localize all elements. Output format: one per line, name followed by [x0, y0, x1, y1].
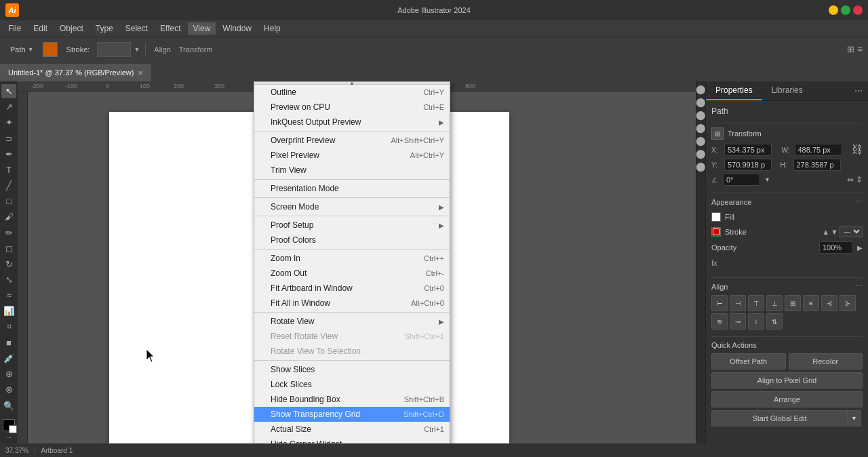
fill-stroke-indicator[interactable]	[3, 419, 15, 431]
stroke-dropdown-arrow[interactable]: ▼	[134, 46, 140, 53]
panel-icon[interactable]: ≡	[857, 44, 863, 54]
rect-tool[interactable]: □	[1, 194, 16, 208]
panel-side-icon-1[interactable]: ⬤	[696, 84, 706, 94]
distribute-bottom-btn[interactable]: ⇅	[766, 313, 783, 330]
lasso-tool[interactable]: ⊃	[1, 132, 16, 146]
menu-file[interactable]: File	[3, 22, 26, 35]
stroke-dropdown[interactable]: —	[840, 226, 863, 237]
w-input[interactable]	[795, 144, 842, 156]
panel-side-icon-4[interactable]: ⬤	[696, 123, 706, 133]
flip-v-icon[interactable]: ⇕	[856, 175, 863, 184]
stroke-down-icon[interactable]: ▼	[831, 228, 838, 236]
y-input[interactable]	[724, 159, 772, 171]
angle-arrow[interactable]: ▼	[764, 176, 770, 183]
menu-window[interactable]: Window	[217, 22, 257, 35]
warp-tool[interactable]: ≈	[1, 288, 16, 302]
panel-overflow-icon[interactable]: ⋯	[854, 86, 863, 96]
scale-tool[interactable]: ⤡	[1, 273, 16, 287]
menu-preview-cpu[interactable]: Preview on CPU Ctrl+E	[254, 100, 450, 115]
offset-path-button[interactable]: Offset Path	[711, 353, 786, 370]
select-tool[interactable]: ↖	[1, 84, 16, 98]
menu-proof-colors[interactable]: Proof Colors	[254, 233, 450, 247]
eraser-tool[interactable]: ◻	[1, 241, 16, 256]
distribute-left-btn[interactable]: ⊰	[821, 295, 837, 311]
fill-color[interactable]	[43, 42, 58, 57]
menu-show-slices[interactable]: Show Slices	[254, 362, 450, 377]
slice-tool[interactable]: ⊗	[1, 382, 16, 397]
menu-inkquest[interactable]: InkQuest Output Preview ▶	[254, 115, 450, 130]
gradient-tool[interactable]: ■	[1, 336, 16, 350]
menu-presentation-mode[interactable]: Presentation Mode	[254, 181, 450, 196]
arrange-button[interactable]: Arrange	[711, 391, 863, 408]
menu-edit[interactable]: Edit	[28, 22, 53, 35]
menu-help[interactable]: Help	[258, 22, 286, 35]
maximize-button[interactable]	[841, 5, 850, 15]
recolor-button[interactable]: Recolor	[789, 353, 863, 370]
menu-zoom-in[interactable]: Zoom In Ctrl++	[254, 251, 450, 266]
h-input[interactable]	[793, 159, 841, 171]
tab-untitled1[interactable]: Untitled-1* @ 37.37 % (RGB/Preview) ✕	[0, 64, 152, 81]
opacity-more-icon[interactable]: ▶	[857, 244, 863, 252]
fill-swatch[interactable]	[711, 212, 721, 222]
tab-close-icon[interactable]: ✕	[138, 69, 143, 77]
menu-select[interactable]: Select	[120, 22, 153, 35]
stroke-swatch[interactable]	[711, 227, 721, 237]
more-tools[interactable]: ···	[0, 434, 18, 441]
line-tool[interactable]: ╱	[1, 178, 16, 193]
tab-libraries[interactable]: Libraries	[762, 81, 812, 100]
menu-screen-mode[interactable]: Screen Mode ▶	[254, 199, 450, 214]
menu-view[interactable]: View	[188, 22, 216, 35]
panel-side-icon-6[interactable]: ⬤	[696, 148, 706, 159]
menu-fit-artboard[interactable]: Fit Artboard in Window Ctrl+0	[254, 281, 450, 296]
menu-show-transparency-grid[interactable]: Show Transparency Grid Shift+Ctrl+D	[254, 407, 450, 422]
eyedropper-tool[interactable]: 💉	[1, 351, 16, 365]
fx-button[interactable]: fx	[711, 259, 717, 267]
align-bottom-btn[interactable]: ≡	[803, 295, 819, 311]
menu-object[interactable]: Object	[54, 22, 89, 35]
menu-lock-slices[interactable]: Lock Slices	[254, 377, 450, 392]
menu-hide-bounding-box[interactable]: Hide Bounding Box Shift+Ctrl+B	[254, 392, 450, 407]
blend-tool[interactable]: ⊕	[1, 367, 16, 381]
menu-rotate-view[interactable]: Rotate View ▶	[254, 314, 450, 329]
magic-wand-tool[interactable]: ✦	[1, 115, 16, 130]
start-global-edit-dropdown[interactable]: ▼	[848, 410, 861, 426]
menu-trim-view[interactable]: Trim View	[254, 163, 450, 178]
panel-side-icon-2[interactable]: ⬤	[696, 97, 706, 107]
menu-overprint[interactable]: Overprint Preview Alt+Shift+Ctrl+Y	[254, 133, 450, 148]
panel-side-icon-7[interactable]: ⬤	[696, 161, 706, 172]
direct-select-tool[interactable]: ↗	[1, 100, 16, 114]
tab-properties[interactable]: Properties	[706, 81, 762, 100]
menu-fit-all[interactable]: Fit All in Window Alt+Ctrl+0	[254, 296, 450, 311]
menu-type[interactable]: Type	[90, 22, 119, 35]
panel-side-icon-3[interactable]: ⬤	[696, 110, 706, 120]
menu-effect[interactable]: Effect	[155, 22, 186, 35]
appearance-overflow[interactable]: ⋯	[855, 197, 863, 206]
arrange-documents-icon[interactable]: ⊞	[847, 44, 854, 54]
zoom-tool[interactable]: 🔍	[1, 398, 16, 412]
graph-tool[interactable]: 📊	[1, 304, 16, 318]
start-global-edit-button[interactable]: Start Global Edit	[711, 410, 848, 426]
angle-input[interactable]	[723, 174, 760, 186]
align-overflow[interactable]: ⋯	[855, 282, 863, 291]
paintbrush-tool[interactable]: 🖌	[1, 210, 16, 224]
pencil-tool[interactable]: ✏	[1, 226, 16, 240]
mesh-tool[interactable]: ⌗	[1, 320, 16, 334]
menu-outline[interactable]: Outline Ctrl+Y	[254, 85, 450, 100]
stroke-input[interactable]	[97, 42, 131, 57]
minimize-button[interactable]	[829, 5, 838, 15]
align-top-btn[interactable]: ⊥	[766, 295, 783, 311]
align-center-h-btn[interactable]: ⊣	[730, 295, 746, 311]
menu-zoom-out[interactable]: Zoom Out Ctrl+-	[254, 266, 450, 281]
distribute-center-v-btn[interactable]: ↕	[748, 313, 764, 330]
x-input[interactable]	[724, 144, 772, 156]
distribute-top-btn[interactable]: ⊸	[730, 313, 746, 330]
align-left-btn[interactable]: ⊢	[711, 295, 728, 311]
align-center-v-btn[interactable]: ⊞	[785, 295, 801, 311]
flip-h-icon[interactable]: ⇔	[847, 175, 854, 184]
menu-actual-size[interactable]: Actual Size Ctrl+1	[254, 422, 450, 437]
menu-proof-setup[interactable]: Proof Setup ▶	[254, 218, 450, 233]
menu-pixel-preview[interactable]: Pixel Preview Alt+Ctrl+Y	[254, 148, 450, 163]
align-right-btn[interactable]: ⊤	[748, 295, 764, 311]
align-pixel-grid-button[interactable]: Align to Pixel Grid	[711, 372, 863, 389]
panel-side-icon-5[interactable]: ⬤	[696, 136, 706, 146]
